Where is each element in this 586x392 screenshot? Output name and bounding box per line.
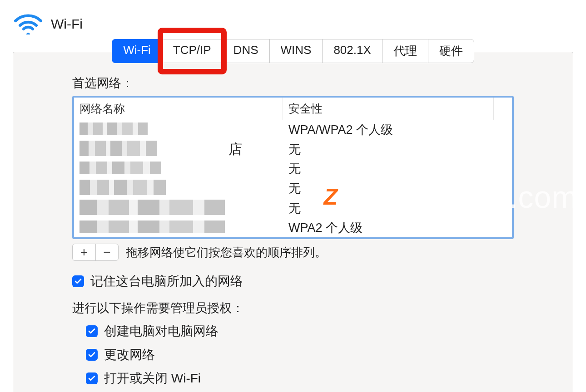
table-body: WPA/WPA2 个人级 店 无 无 无 无 WPA2 个人级	[74, 120, 512, 237]
tab-hardware[interactable]: 硬件	[428, 39, 474, 63]
table-row[interactable]: 店 无	[74, 139, 512, 159]
change-network-option[interactable]: 更改网络	[86, 346, 514, 363]
checkbox-checked-icon[interactable]	[86, 325, 98, 337]
tab-label: TCP/IP	[173, 43, 211, 57]
preferred-networks-table[interactable]: 网络名称 安全性 WPA/WPA2 个人级 店 无 无 无	[72, 96, 514, 239]
table-actions: + − 拖移网络使它们按您喜欢的顺序排列。	[72, 244, 514, 261]
checkbox-checked-icon[interactable]	[72, 275, 84, 287]
security-value: 无	[283, 140, 512, 159]
redacted-network-name	[79, 180, 166, 195]
option-label: 记住这台电脑所加入的网络	[90, 273, 243, 290]
option-label: 打开或关闭 Wi-Fi	[104, 370, 201, 387]
security-value: 无	[283, 179, 512, 198]
table-row[interactable]: 无	[74, 159, 512, 178]
option-label: 更改网络	[104, 346, 155, 363]
redacted-network-name	[79, 162, 161, 174]
security-value: 无	[283, 199, 512, 218]
security-value: WPA/WPA2 个人级	[283, 120, 512, 139]
tab-wifi[interactable]: Wi-Fi	[112, 39, 162, 63]
tab-dns[interactable]: DNS	[222, 39, 269, 63]
security-value: WPA2 个人级	[283, 218, 512, 237]
tab-8021x[interactable]: 802.1X	[322, 39, 382, 63]
page-title: Wi-Fi	[51, 16, 83, 32]
table-row[interactable]: 无	[74, 178, 512, 198]
column-header-security[interactable]: 安全性	[283, 98, 494, 120]
remember-networks-option[interactable]: 记住这台电脑所加入的网络	[72, 273, 514, 290]
redacted-network-name	[79, 200, 225, 215]
column-header-name[interactable]: 网络名称	[74, 98, 283, 120]
tab-wins[interactable]: WINS	[269, 39, 323, 63]
table-row[interactable]: WPA/WPA2 个人级	[74, 120, 512, 139]
checkbox-checked-icon[interactable]	[86, 372, 98, 384]
toggle-wifi-option[interactable]: 打开或关闭 Wi-Fi	[86, 370, 514, 387]
checkbox-checked-icon[interactable]	[86, 349, 98, 361]
remove-network-button[interactable]: −	[95, 244, 118, 260]
wifi-icon	[14, 14, 43, 34]
redacted-network-name	[79, 220, 225, 233]
create-adhoc-option[interactable]: 创建电脑对电脑网络	[86, 323, 514, 340]
redacted-network-name	[79, 141, 157, 156]
tab-proxy[interactable]: 代理	[382, 39, 428, 63]
window-header: Wi-Fi	[0, 0, 586, 34]
admin-auth-label: 进行以下操作需要管理员授权：	[72, 300, 514, 316]
settings-panel: 首选网络： 网络名称 安全性 WPA/WPA2 个人级 店 无 无 无	[13, 52, 573, 392]
security-value: 无	[283, 159, 512, 178]
table-header: 网络名称 安全性	[74, 98, 512, 120]
tabs-bar: Wi-Fi TCP/IP DNS WINS 802.1X 代理 硬件	[0, 39, 586, 63]
reorder-hint: 拖移网络使它们按您喜欢的顺序排列。	[126, 245, 327, 260]
column-header-spacer	[494, 98, 512, 120]
redacted-network-name	[79, 122, 148, 135]
preferred-networks-label: 首选网络：	[72, 75, 514, 91]
table-row[interactable]: 无	[74, 198, 512, 218]
network-name-suffix: 店	[228, 140, 242, 159]
add-remove-group: + −	[72, 244, 119, 261]
tab-tcpip[interactable]: TCP/IP	[162, 39, 222, 63]
table-row[interactable]: WPA2 个人级	[74, 218, 512, 237]
add-network-button[interactable]: +	[73, 244, 95, 260]
option-label: 创建电脑对电脑网络	[104, 323, 219, 340]
